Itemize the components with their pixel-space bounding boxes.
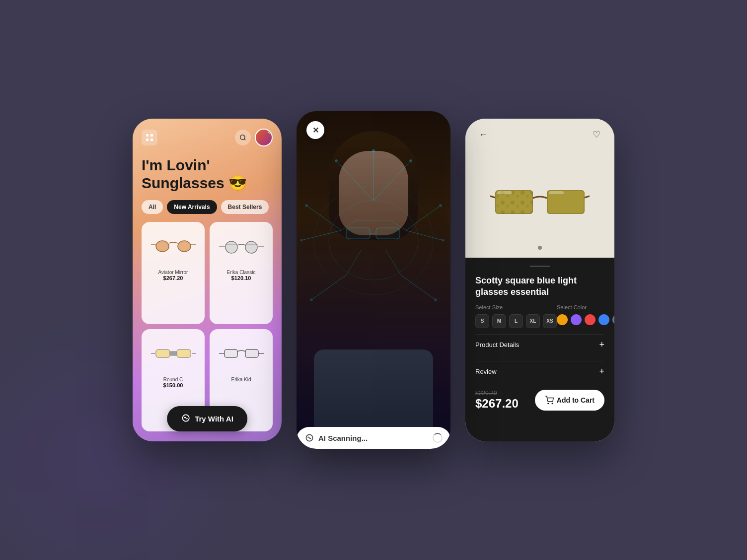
svg-point-40 — [335, 160, 338, 162]
try-ai-button[interactable]: Try With AI — [167, 406, 247, 431]
svg-point-29 — [314, 186, 433, 295]
svg-point-41 — [410, 160, 412, 162]
product-image-section: ← ♡ — [465, 119, 614, 258]
product-image-erika — [215, 227, 268, 267]
svg-point-28 — [329, 201, 418, 280]
face-scan-area — [297, 111, 450, 449]
scanning-text: AI Scanning... — [304, 433, 368, 443]
svg-point-39 — [372, 149, 375, 152]
svg-line-50 — [346, 250, 361, 275]
svg-point-4 — [157, 242, 167, 250]
drag-handle[interactable] — [530, 266, 550, 267]
size-color-row: Select Size S M L XL XS Select Color — [475, 304, 604, 328]
product-name-round: Round C — [163, 377, 183, 382]
svg-line-38 — [401, 275, 436, 300]
svg-point-72 — [552, 403, 553, 404]
color-label: Select Color — [557, 304, 614, 310]
tab-best-sellers[interactable]: Best Sellers — [221, 200, 269, 214]
phone1-header — [142, 129, 273, 146]
svg-point-44 — [440, 205, 442, 207]
svg-line-36 — [406, 230, 443, 240]
product-details-label: Product Details — [475, 341, 519, 349]
product-price-erika: $120.10 — [231, 275, 251, 281]
sale-price: $267.20 — [475, 397, 519, 411]
svg-rect-66 — [497, 191, 512, 194]
tab-all[interactable]: All — [142, 200, 163, 214]
color-gray[interactable] — [612, 314, 614, 325]
menu-icon[interactable] — [142, 130, 157, 145]
add-to-cart-button[interactable]: Add to Cart — [535, 390, 604, 411]
price-section: $220.20 $267.20 — [475, 390, 519, 411]
svg-rect-54 — [376, 228, 400, 239]
price-cart-row: $220.20 $267.20 Add to Cart — [475, 390, 604, 411]
svg-line-32 — [374, 161, 411, 201]
product-name-aviator: Aviator Mirror — [158, 270, 188, 275]
svg-rect-67 — [549, 191, 564, 194]
svg-point-46 — [310, 299, 313, 301]
color-purple[interactable] — [571, 314, 582, 325]
svg-point-45 — [442, 239, 444, 241]
color-red[interactable] — [585, 314, 596, 325]
back-button[interactable]: ← — [475, 127, 491, 142]
product-nav: ← ♡ — [465, 119, 614, 147]
svg-point-71 — [548, 403, 549, 404]
avatar[interactable] — [255, 129, 273, 146]
cart-icon — [545, 396, 554, 405]
svg-line-51 — [386, 250, 401, 275]
scanning-label: AI Scanning... — [318, 434, 368, 442]
tab-new-arrivals[interactable]: New Arrivals — [167, 200, 217, 214]
size-l[interactable]: L — [509, 314, 523, 328]
product-main-image — [465, 147, 614, 258]
add-to-cart-label: Add to Cart — [557, 396, 595, 404]
product-price-aviator: $267.20 — [163, 275, 183, 281]
svg-line-1 — [244, 139, 246, 140]
product-details-expand-icon: + — [599, 340, 604, 350]
size-xl[interactable]: XL — [526, 314, 540, 328]
product-card-erika[interactable]: Erika Classic $120.10 — [210, 222, 273, 324]
svg-rect-21 — [170, 351, 177, 355]
size-s[interactable]: S — [475, 314, 489, 328]
notification-badge — [268, 129, 273, 134]
size-xs[interactable]: XS — [543, 314, 557, 328]
phone3-product-detail: ← ♡ — [465, 119, 614, 441]
svg-line-33 — [306, 206, 341, 230]
color-blue[interactable] — [598, 314, 609, 325]
home-title: I'm Lovin'Sunglasses 😎 — [142, 156, 273, 192]
svg-point-42 — [305, 205, 308, 207]
size-label: Select Size — [475, 304, 557, 310]
product-title: Scotty square blue light glasses essenti… — [475, 275, 604, 298]
svg-rect-25 — [245, 350, 258, 357]
color-section: Select Color — [557, 304, 614, 325]
review-expand-icon: + — [599, 366, 604, 377]
svg-line-35 — [406, 206, 441, 230]
product-card-aviator[interactable]: Aviator Mirror $267.20 — [142, 222, 205, 324]
wishlist-button[interactable]: ♡ — [589, 127, 604, 142]
svg-point-47 — [435, 299, 437, 301]
search-button[interactable] — [235, 130, 251, 145]
svg-line-31 — [336, 161, 374, 201]
filter-tabs: All New Arrivals Best Sellers — [142, 200, 273, 214]
product-glasses-image — [490, 180, 590, 225]
size-options: S M L XL XS — [475, 314, 557, 328]
product-image-aviator — [147, 227, 200, 267]
product-info-section: Scotty square blue light glasses essenti… — [465, 258, 614, 441]
neural-network-svg — [297, 111, 450, 449]
scanning-bar: AI Scanning... — [297, 427, 450, 449]
svg-rect-53 — [346, 228, 370, 239]
phone2-ai-scanner: ✕ — [297, 111, 450, 449]
phones-container: I'm Lovin'Sunglasses 😎 All New Arrivals … — [133, 111, 614, 449]
svg-line-34 — [301, 230, 341, 240]
product-details-row[interactable]: Product Details + — [475, 334, 604, 355]
close-button[interactable]: ✕ — [306, 121, 324, 139]
product-image-erika-kid — [215, 334, 268, 374]
svg-line-62 — [490, 196, 495, 198]
size-section: Select Size S M L XL XS — [475, 304, 557, 328]
color-amber[interactable] — [557, 314, 568, 325]
svg-line-37 — [311, 275, 346, 300]
header-right — [235, 129, 273, 146]
review-row[interactable]: Review + — [475, 361, 604, 382]
size-m[interactable]: M — [492, 314, 506, 328]
review-label: Review — [475, 368, 497, 375]
scan-icon — [304, 433, 314, 443]
carousel-indicator — [538, 246, 542, 250]
